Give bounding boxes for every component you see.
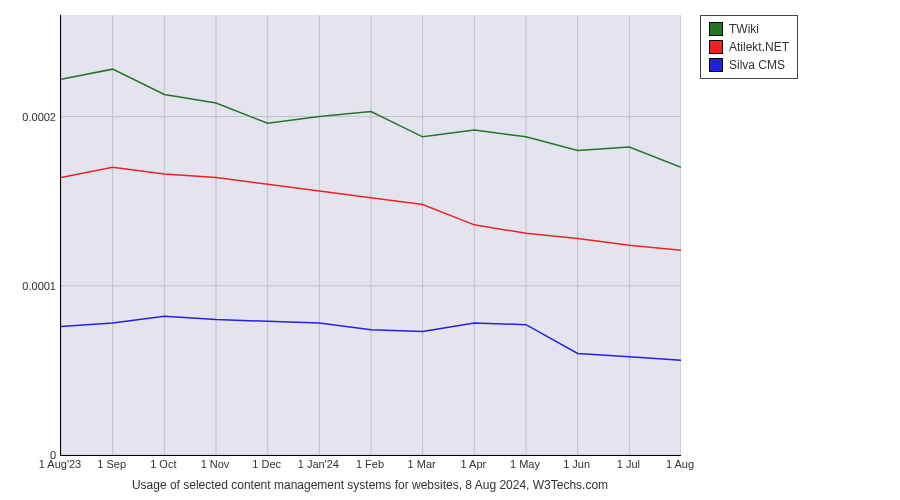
chart-svg — [61, 15, 681, 455]
x-tick-label: 1 Oct — [150, 458, 176, 470]
x-tick-label: 1 Aug'23 — [39, 458, 81, 470]
legend-swatch — [709, 58, 723, 72]
x-tick-label: 1 Mar — [408, 458, 436, 470]
x-tick-label: 1 Jan'24 — [298, 458, 339, 470]
y-tick-label: 0.0002 — [6, 111, 56, 123]
chart-caption: Usage of selected content management sys… — [60, 478, 680, 492]
x-tick-label: 1 Jun — [563, 458, 590, 470]
legend-item: TWiki — [709, 20, 789, 38]
legend-label: Silva CMS — [729, 56, 785, 74]
x-tick-label: 1 Sep — [97, 458, 126, 470]
legend: TWikiAtilekt.NETSilva CMS — [700, 15, 798, 79]
x-tick-label: 1 Aug — [666, 458, 694, 470]
legend-item: Atilekt.NET — [709, 38, 789, 56]
legend-item: Silva CMS — [709, 56, 789, 74]
legend-swatch — [709, 22, 723, 36]
gridlines — [61, 15, 681, 455]
legend-label: Atilekt.NET — [729, 38, 789, 56]
legend-swatch — [709, 40, 723, 54]
x-tick-label: 1 Feb — [356, 458, 384, 470]
x-tick-label: 1 May — [510, 458, 540, 470]
x-tick-label: 1 Nov — [201, 458, 230, 470]
x-tick-label: 1 Dec — [252, 458, 281, 470]
x-tick-label: 1 Jul — [617, 458, 640, 470]
x-tick-label: 1 Apr — [460, 458, 486, 470]
legend-label: TWiki — [729, 20, 759, 38]
chart-plot-area — [60, 15, 681, 456]
y-tick-label: 0.0001 — [6, 280, 56, 292]
